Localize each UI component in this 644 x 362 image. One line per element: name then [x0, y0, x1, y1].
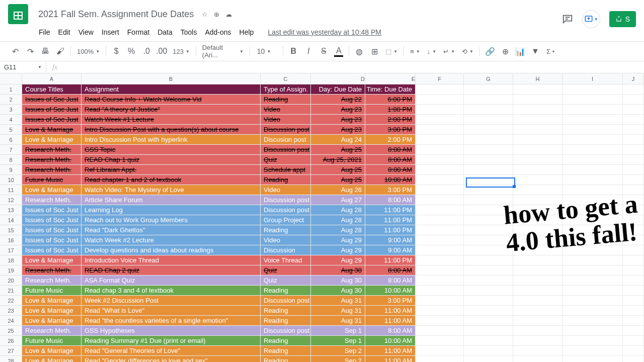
data-cell[interactable]: Aug 23 [311, 125, 365, 135]
empty-cell[interactable] [416, 225, 464, 235]
row-header[interactable]: 19 [0, 265, 22, 276]
bold-button[interactable]: B [286, 44, 300, 58]
data-cell[interactable]: Issues of Soc Just [22, 205, 82, 215]
empty-cell[interactable] [464, 185, 513, 195]
data-cell[interactable]: Read chap 3 and 4 of textbook [82, 286, 261, 296]
row-header[interactable]: 2 [0, 95, 22, 105]
empty-cell[interactable] [623, 235, 644, 245]
row-header[interactable]: 10 [0, 175, 22, 185]
empty-cell[interactable] [562, 195, 623, 205]
col-header-G[interactable]: G [464, 73, 513, 84]
empty-cell[interactable] [416, 165, 464, 175]
data-cell[interactable]: 10:00 AM [365, 336, 416, 346]
data-cell[interactable]: 9:00 AM [365, 245, 416, 255]
data-cell[interactable]: Aug 25 [311, 145, 365, 155]
data-cell[interactable]: Love & Marriage [22, 346, 82, 356]
row-header[interactable]: 16 [0, 235, 22, 245]
data-cell[interactable]: Reading [261, 286, 311, 296]
data-cell[interactable]: ASA Format Quiz [82, 276, 261, 286]
empty-cell[interactable] [464, 175, 513, 185]
empty-cell[interactable] [416, 84, 464, 95]
empty-cell[interactable] [562, 115, 623, 125]
empty-cell[interactable] [416, 356, 464, 362]
borders-button[interactable]: ⊞ [367, 44, 381, 58]
redo-button[interactable]: ↷ [23, 44, 37, 58]
empty-cell[interactable] [623, 356, 644, 362]
data-cell[interactable]: Aug 28 [311, 225, 365, 235]
present-button[interactable]: ▼ [582, 10, 600, 28]
data-cell[interactable]: Issues of Soc Just [22, 245, 82, 255]
empty-cell[interactable] [623, 306, 644, 316]
col-header-J[interactable]: J [623, 73, 644, 84]
empty-cell[interactable] [513, 84, 562, 95]
data-cell[interactable]: Aug 23 [311, 105, 365, 115]
data-cell[interactable]: Read Course Info + Watch Welcome Vid [82, 95, 261, 105]
menu-format[interactable]: Format [124, 26, 153, 38]
empty-cell[interactable] [513, 265, 562, 276]
menu-add-ons[interactable]: Add-ons [201, 26, 234, 38]
data-cell[interactable]: Research Meth. [22, 265, 82, 276]
data-cell[interactable]: 11:00 AM [365, 346, 416, 356]
data-cell[interactable]: 3:00 PM [365, 125, 416, 135]
empty-cell[interactable] [562, 135, 623, 145]
data-cell[interactable]: Reading [261, 316, 311, 326]
empty-cell[interactable] [562, 276, 623, 286]
empty-cell[interactable] [416, 276, 464, 286]
data-cell[interactable]: Research Meth. [22, 276, 82, 286]
empty-cell[interactable] [464, 336, 513, 346]
data-cell[interactable]: 9:00 AM [365, 235, 416, 245]
data-cell[interactable]: Discussion post [261, 125, 311, 135]
undo-button[interactable]: ↶ [8, 44, 22, 58]
empty-cell[interactable] [562, 326, 623, 336]
col-header-F[interactable]: F [416, 73, 464, 84]
empty-cell[interactable] [623, 135, 644, 145]
data-cell[interactable]: 3:00 PM [365, 185, 416, 195]
row-header[interactable]: 17 [0, 245, 22, 255]
data-cell[interactable]: 11:00 PM [365, 225, 416, 235]
valign-button[interactable]: ↓▼ [424, 48, 439, 55]
row-header[interactable]: 6 [0, 135, 22, 145]
empty-cell[interactable] [562, 165, 623, 175]
data-cell[interactable]: 11:00 PM [365, 255, 416, 265]
empty-cell[interactable] [416, 265, 464, 276]
empty-cell[interactable] [464, 245, 513, 255]
data-cell[interactable]: 10:00 AM [365, 286, 416, 296]
empty-cell[interactable] [464, 235, 513, 245]
data-cell[interactable]: Future Music [22, 175, 82, 185]
data-cell[interactable]: Quiz [261, 276, 311, 286]
empty-cell[interactable] [416, 245, 464, 255]
data-cell[interactable]: Develop questions and ideas about readin… [82, 245, 261, 255]
empty-cell[interactable] [623, 336, 644, 346]
data-cell[interactable]: Video [261, 185, 311, 195]
empty-cell[interactable] [623, 105, 644, 115]
font-select[interactable]: Default (Ari...▼ [199, 44, 247, 59]
empty-cell[interactable] [562, 95, 623, 105]
data-cell[interactable]: Read "General Theories of Love" [82, 346, 261, 356]
data-cell[interactable]: Love & Marriage [22, 356, 82, 362]
empty-cell[interactable] [464, 84, 513, 95]
data-cell[interactable]: READ Chap 2 quiz [82, 265, 261, 276]
data-cell[interactable]: Reading [261, 336, 311, 346]
share-button[interactable]: S [609, 11, 636, 27]
empty-cell[interactable] [562, 155, 623, 165]
data-cell[interactable]: Discussion post [261, 326, 311, 336]
empty-cell[interactable] [623, 326, 644, 336]
data-cell[interactable]: Issues of Soc Just [22, 235, 82, 245]
data-cell[interactable]: Reach out to Work Group Members [82, 215, 261, 225]
row-header[interactable]: 24 [0, 316, 22, 326]
wrap-button[interactable]: ↵▼ [440, 48, 458, 55]
empty-cell[interactable] [416, 306, 464, 316]
more-formats-select[interactable]: 123▼ [170, 48, 193, 55]
empty-cell[interactable] [416, 286, 464, 296]
data-cell[interactable]: Voice Thread [261, 255, 311, 265]
empty-cell[interactable] [513, 165, 562, 175]
data-cell[interactable]: 1:00 PM [365, 105, 416, 115]
data-cell[interactable]: Learning Log [82, 205, 261, 215]
menu-tools[interactable]: Tools [177, 26, 201, 38]
data-cell[interactable]: Reading [261, 95, 311, 105]
data-cell[interactable]: 11:00 AM [365, 316, 416, 326]
empty-cell[interactable] [513, 115, 562, 125]
data-cell[interactable]: Article Share Forum [82, 195, 261, 205]
data-cell[interactable]: Intro Discussion Post with a question(s)… [82, 125, 261, 135]
col-header-B[interactable]: B [82, 73, 261, 84]
